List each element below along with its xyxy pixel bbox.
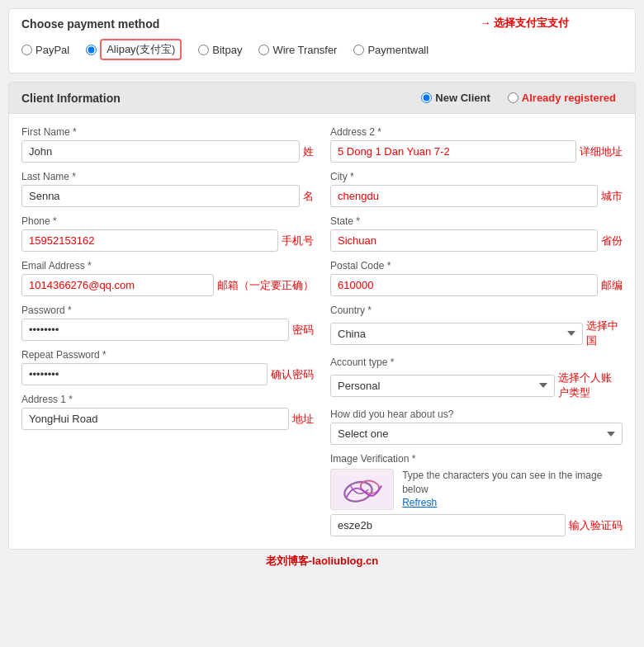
repeat-password-label: Repeat Password * <box>21 349 314 361</box>
country-row: China United States United Kingdom Japan… <box>330 319 623 348</box>
password-annotation: 密码 <box>292 323 314 338</box>
new-client-label: New Client <box>435 92 490 104</box>
captcha-input-annotation: 输入验证码 <box>569 518 623 533</box>
paymentwall-label: Paymentwall <box>367 44 429 56</box>
repeat-password-group: Repeat Password * 确认密码 <box>21 349 314 385</box>
alipay-annotation: → 选择支付宝支付 <box>480 16 569 31</box>
wire-transfer-option[interactable]: Wire Transfer <box>258 44 337 56</box>
phone-input[interactable] <box>21 229 278 252</box>
password-group: Password * 密码 <box>21 305 314 341</box>
email-input[interactable] <box>21 274 214 296</box>
address2-row: 详细地址 <box>330 140 623 163</box>
address2-annotation: 详细地址 <box>580 144 623 159</box>
left-column: First Name * 姓 Last Name * 名 Phone * <box>21 126 314 536</box>
bitpay-option[interactable]: Bitpay <box>198 44 242 56</box>
city-group: City * 城市 <box>330 171 623 207</box>
registered-label: Already registered <box>522 92 616 104</box>
client-tabs: New Client Already registered <box>414 89 623 106</box>
address2-group: Address 2 * 详细地址 <box>330 126 623 163</box>
state-input[interactable] <box>330 229 598 252</box>
last-name-annotation: 名 <box>303 189 314 204</box>
postal-input[interactable] <box>330 274 598 296</box>
last-name-input[interactable] <box>21 185 300 207</box>
postal-label: Postal Code * <box>330 260 623 272</box>
city-annotation: 城市 <box>601 189 623 204</box>
alipay-label: Alipay(支付宝) <box>100 39 182 60</box>
first-name-group: First Name * 姓 <box>21 126 314 163</box>
address1-annotation: 地址 <box>292 412 314 427</box>
country-group: Country * China United States United Kin… <box>330 305 623 348</box>
phone-group: Phone * 手机号 <box>21 215 314 252</box>
account-type-group: Account type * Personal Business 选择个人账户类… <box>330 357 623 400</box>
email-label: Email Address * <box>21 260 314 272</box>
bitpay-label: Bitpay <box>212 44 242 56</box>
account-type-row: Personal Business 选择个人账户类型 <box>330 371 623 400</box>
account-type-annotation: 选择个人账户类型 <box>558 371 623 400</box>
address2-label: Address 2 * <box>330 126 623 138</box>
bitpay-radio[interactable] <box>198 45 209 55</box>
captcha-instructions-text: Type the characters you can see in the i… <box>402 469 623 497</box>
payment-method-section: Choose payment method → 选择支付宝支付 PayPal A… <box>8 8 636 73</box>
registered-radio[interactable] <box>508 92 519 103</box>
captcha-refresh-link[interactable]: Refresh <box>402 497 623 508</box>
form-body: First Name * 姓 Last Name * 名 Phone * <box>9 114 635 549</box>
alipay-radio[interactable] <box>86 45 97 55</box>
address1-row: 地址 <box>21 408 314 430</box>
first-name-row: 姓 <box>21 140 314 163</box>
right-column: Address 2 * 详细地址 City * 城市 State * <box>330 126 623 536</box>
last-name-group: Last Name * 名 <box>21 171 314 207</box>
phone-annotation: 手机号 <box>282 234 314 248</box>
hear-about-group: How did you hear about us? Select one Go… <box>330 409 623 445</box>
address1-input[interactable] <box>21 408 289 430</box>
repeat-password-annotation: 确认密码 <box>271 367 314 382</box>
alipay-option[interactable]: Alipay(支付宝) <box>86 39 182 60</box>
wire-label: Wire Transfer <box>272 44 337 56</box>
last-name-row: 名 <box>21 185 314 207</box>
postal-row: 邮编 <box>330 274 623 296</box>
password-input[interactable] <box>21 319 289 341</box>
paymentwall-radio[interactable] <box>353 45 364 55</box>
paymentwall-option[interactable]: Paymentwall <box>353 44 429 56</box>
first-name-input[interactable] <box>21 140 300 163</box>
captcha-input[interactable] <box>330 514 566 536</box>
hear-about-select[interactable]: Select one Google Friend Other <box>330 423 623 445</box>
state-row: 省份 <box>330 229 623 252</box>
paypal-radio[interactable] <box>21 45 32 55</box>
country-select[interactable]: China United States United Kingdom Japan… <box>330 323 583 345</box>
address1-label: Address 1 * <box>21 394 314 405</box>
captcha-group: Image Verification * <box>330 453 623 536</box>
new-client-tab[interactable]: New Client <box>414 89 496 106</box>
repeat-password-input[interactable] <box>21 363 268 385</box>
city-input[interactable] <box>330 185 598 207</box>
paypal-label: PayPal <box>36 44 69 56</box>
password-row: 密码 <box>21 319 314 341</box>
captcha-svg <box>331 469 393 510</box>
arrow-icon: → <box>480 17 490 29</box>
paypal-option[interactable]: PayPal <box>21 44 69 56</box>
captcha-instructions-block: Type the characters you can see in the i… <box>402 469 623 508</box>
payment-options-group: PayPal Alipay(支付宝) Bitpay Wire Transfer … <box>21 39 623 60</box>
first-name-annotation: 姓 <box>303 144 314 159</box>
postal-annotation: 邮编 <box>601 278 623 293</box>
account-type-select[interactable]: Personal Business <box>330 375 555 397</box>
new-client-radio[interactable] <box>421 92 432 103</box>
account-type-label: Account type * <box>330 357 623 368</box>
address2-input[interactable] <box>330 140 576 163</box>
repeat-password-row: 确认密码 <box>21 363 314 385</box>
phone-label: Phone * <box>21 215 314 227</box>
state-label: State * <box>330 215 623 227</box>
state-group: State * 省份 <box>330 215 623 252</box>
country-label: Country * <box>330 305 623 316</box>
first-name-label: First Name * <box>21 126 314 138</box>
country-annotation: 选择中国 <box>586 319 623 348</box>
registered-client-tab[interactable]: Already registered <box>501 89 623 106</box>
captcha-label: Image Verification * <box>330 453 623 465</box>
client-info-section: Client Information New Client Already re… <box>8 82 636 550</box>
postal-group: Postal Code * 邮编 <box>330 260 623 296</box>
email-group: Email Address * 邮箱（一定要正确） <box>21 260 314 296</box>
client-section-title: Client Information <box>21 92 121 105</box>
state-annotation: 省份 <box>601 234 623 248</box>
captcha-row: Type the characters you can see in the i… <box>330 469 623 510</box>
email-annotation: 邮箱（一定要正确） <box>217 278 314 293</box>
wire-radio[interactable] <box>258 45 269 55</box>
